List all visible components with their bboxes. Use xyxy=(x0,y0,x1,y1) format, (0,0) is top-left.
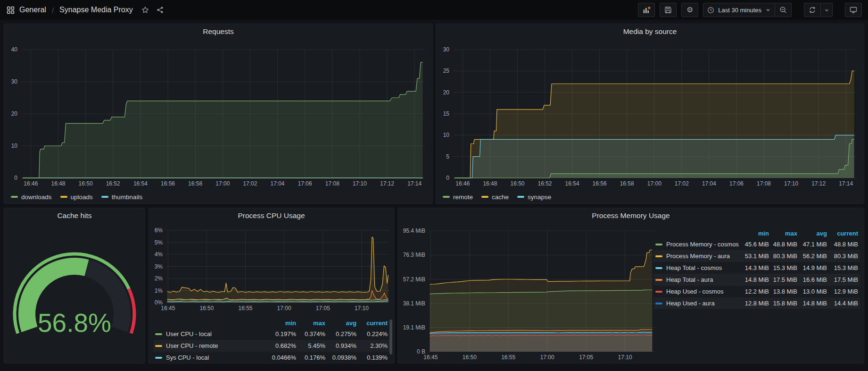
svg-text:16:50: 16:50 xyxy=(79,180,93,187)
series-label[interactable]: Heap Used - cosmos xyxy=(655,288,739,295)
series xyxy=(430,250,653,352)
legend-marker xyxy=(11,196,18,198)
svg-text:16:50: 16:50 xyxy=(463,354,477,361)
legend-item[interactable]: uploads xyxy=(60,194,93,201)
legend-item[interactable]: remote xyxy=(443,194,473,201)
breadcrumb-section[interactable]: General xyxy=(19,6,46,14)
dashboard-title[interactable]: Synapse Media Proxy xyxy=(59,6,133,14)
svg-text:2%: 2% xyxy=(155,275,163,282)
column-header-min[interactable]: min xyxy=(263,320,296,327)
memory-chart[interactable]: 0 B19.1 MiB38.1 MiB57.2 MiB76.3 MiB95.4 … xyxy=(399,222,661,370)
series-stat: 0.275% xyxy=(325,330,356,337)
time-range-label: Last 30 minutes xyxy=(718,7,761,14)
dashboard-settings-button[interactable]: ⚙ xyxy=(681,3,698,17)
legend-marker xyxy=(443,196,450,198)
svg-text:17:05: 17:05 xyxy=(316,305,330,312)
svg-text:16:48: 16:48 xyxy=(51,180,65,187)
time-range-picker[interactable]: Last 30 minutes xyxy=(703,3,775,17)
svg-text:10: 10 xyxy=(11,143,18,149)
column-header-current[interactable]: current xyxy=(356,320,388,327)
star-icon[interactable] xyxy=(141,6,149,14)
refresh-interval-dropdown[interactable] xyxy=(820,3,833,17)
requests-chart[interactable]: 01020304016:4616:4816:5016:5216:5416:561… xyxy=(5,37,431,193)
svg-text:38.1 MiB: 38.1 MiB xyxy=(403,300,425,307)
chevron-down-icon xyxy=(765,7,771,13)
memory-legend-table: minmaxavgcurrentProcess Memory - cosmos4… xyxy=(653,228,860,309)
cache-hits-gauge: 56.8% xyxy=(4,208,145,363)
panel-title[interactable]: Media by source xyxy=(436,27,864,36)
dashboards-grid-icon[interactable] xyxy=(7,6,15,14)
series-label[interactable]: Heap Total - aura xyxy=(655,276,739,283)
series-stat: 48.8 MiB xyxy=(827,241,858,248)
svg-text:17:12: 17:12 xyxy=(380,180,394,187)
legend-item[interactable]: cache xyxy=(481,194,509,201)
cpu-chart[interactable]: 0%1%2%3%4%5%6%16:4516:5016:5517:0017:051… xyxy=(149,222,394,317)
column-header-min[interactable]: min xyxy=(739,230,769,237)
svg-text:17:04: 17:04 xyxy=(702,180,716,187)
column-header-max[interactable]: max xyxy=(296,320,325,327)
svg-text:0: 0 xyxy=(14,175,17,181)
series-stat: 17.5 MiB xyxy=(769,276,797,283)
breadcrumb-separator: / xyxy=(51,6,55,14)
legend-item[interactable]: downloads xyxy=(11,194,52,201)
svg-text:30: 30 xyxy=(443,46,450,53)
series-label[interactable]: Heap Total - cosmos xyxy=(655,264,739,271)
column-header-avg[interactable]: avg xyxy=(797,230,827,237)
gear-icon: ⚙ xyxy=(686,6,693,14)
share-icon[interactable] xyxy=(157,6,164,14)
svg-text:16:50: 16:50 xyxy=(199,305,214,312)
series-label[interactable]: User CPU - remote xyxy=(155,342,263,349)
panel-title[interactable]: Process Memory Usage xyxy=(398,211,864,220)
legend-item[interactable]: synapse xyxy=(517,194,551,201)
save-dashboard-button[interactable] xyxy=(660,3,677,17)
legend-label: remote xyxy=(453,194,473,201)
series-label[interactable]: Heap Used - aura xyxy=(655,300,739,307)
series-stat: 0.934% xyxy=(325,342,356,349)
series-stat: 14.9 MiB xyxy=(797,264,827,271)
series-label[interactable]: User CPU - local xyxy=(155,330,263,337)
series-label[interactable]: Process Memory - aura xyxy=(655,253,739,260)
svg-text:17:14: 17:14 xyxy=(839,180,853,187)
svg-text:16:45: 16:45 xyxy=(161,305,175,312)
legend-table-row: Process Memory - cosmos45.6 MiB48.8 MiB4… xyxy=(653,238,860,250)
zoom-out-button[interactable] xyxy=(775,3,792,17)
legend-label: thumbnails xyxy=(112,194,142,201)
series-label[interactable]: Sys CPU - local xyxy=(155,354,263,361)
legend-table-row: User CPU - remote0.682%5.45%0.934%2.30% xyxy=(153,340,389,352)
media-by-source-chart[interactable]: 05101520253016:4616:4816:5016:5216:5416:… xyxy=(437,37,863,193)
series xyxy=(167,237,389,303)
legend-table-row: Heap Used - aura12.8 MiB15.8 MiB14.8 MiB… xyxy=(653,297,860,309)
series-marker xyxy=(655,255,662,257)
column-header-avg[interactable]: avg xyxy=(325,320,356,327)
svg-text:16:45: 16:45 xyxy=(423,354,438,361)
svg-text:17:05: 17:05 xyxy=(579,354,593,361)
series-stat: 2.30% xyxy=(356,342,388,349)
column-header-max[interactable]: max xyxy=(769,230,797,237)
svg-text:16:46: 16:46 xyxy=(24,180,38,187)
series-marker xyxy=(655,279,662,281)
svg-text:15: 15 xyxy=(443,110,450,117)
top-navigation-bar: General / Synapse Media Proxy xyxy=(0,0,868,20)
svg-text:16:56: 16:56 xyxy=(161,180,175,187)
panel-title[interactable]: Process CPU Usage xyxy=(149,211,394,220)
legend-label: synapse xyxy=(528,194,551,201)
legend-item[interactable]: thumbnails xyxy=(101,194,142,201)
series-stat: 0.176% xyxy=(296,354,325,361)
add-panel-button[interactable] xyxy=(638,3,655,17)
svg-text:17:06: 17:06 xyxy=(298,180,312,187)
refresh-button[interactable] xyxy=(804,3,821,17)
monitor-icon xyxy=(850,6,857,14)
legend-scrollbar[interactable] xyxy=(389,320,392,354)
svg-text:16:48: 16:48 xyxy=(483,180,497,187)
svg-text:6%: 6% xyxy=(155,227,163,234)
cycle-view-mode-button[interactable] xyxy=(845,3,862,17)
series-stat: 12.8 MiB xyxy=(739,300,769,307)
panel-requests: Requests 01020304016:4616:4816:5016:5216… xyxy=(4,24,433,204)
series-stat: 13.0 MiB xyxy=(797,288,827,295)
panel-title[interactable]: Requests xyxy=(4,27,432,36)
svg-text:17:08: 17:08 xyxy=(757,180,771,187)
series-stat: 14.8 MiB xyxy=(797,300,827,307)
series-label[interactable]: Process Memory - cosmos xyxy=(655,241,739,248)
column-header-current[interactable]: current xyxy=(827,230,858,237)
panel-process-memory-usage: Process Memory Usage 0 B19.1 MiB38.1 MiB… xyxy=(397,208,864,363)
